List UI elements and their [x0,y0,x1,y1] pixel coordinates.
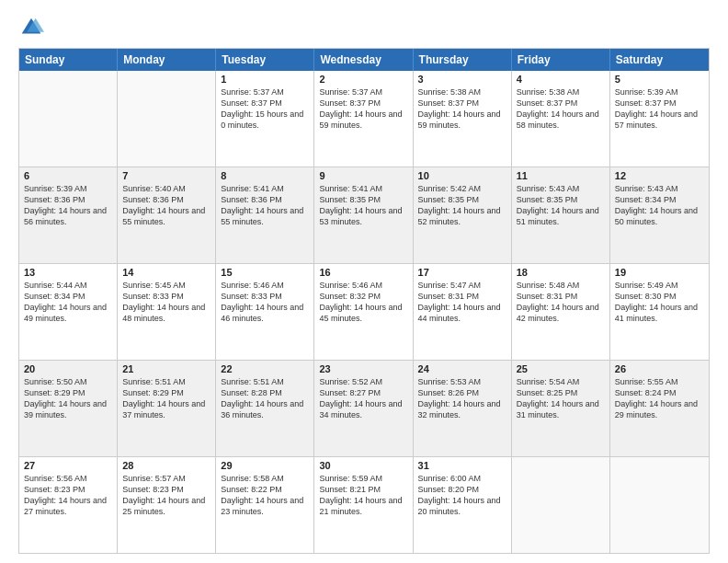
day-number: 20 [24,363,112,374]
day-number: 1 [221,74,309,85]
cell-info: Sunrise: 5:56 AM Sunset: 8:23 PM Dayligh… [24,473,112,518]
calendar-cell [610,457,709,553]
cell-info: Sunrise: 5:55 AM Sunset: 8:24 PM Dayligh… [615,376,704,421]
cell-info: Sunrise: 5:58 AM Sunset: 8:22 PM Dayligh… [221,473,309,518]
calendar-body: 1Sunrise: 5:37 AM Sunset: 8:37 PM Daylig… [19,71,709,553]
calendar-cell: 26Sunrise: 5:55 AM Sunset: 8:24 PM Dayli… [610,361,709,456]
cell-info: Sunrise: 5:46 AM Sunset: 8:32 PM Dayligh… [319,280,407,325]
day-number: 23 [319,363,407,374]
day-number: 4 [517,74,605,85]
cell-info: Sunrise: 5:45 AM Sunset: 8:33 PM Dayligh… [122,280,210,325]
day-number: 10 [418,170,506,181]
calendar-cell: 18Sunrise: 5:48 AM Sunset: 8:31 PM Dayli… [512,264,610,360]
cell-info: Sunrise: 5:51 AM Sunset: 8:29 PM Dayligh… [122,376,210,421]
logo [18,15,48,40]
calendar-cell: 30Sunrise: 5:59 AM Sunset: 8:21 PM Dayli… [314,457,413,553]
calendar-cell: 15Sunrise: 5:46 AM Sunset: 8:33 PM Dayli… [216,264,314,360]
calendar-cell [19,71,118,167]
header [18,15,710,40]
cell-info: Sunrise: 6:00 AM Sunset: 8:20 PM Dayligh… [418,473,506,518]
calendar-cell [512,457,610,553]
cell-info: Sunrise: 5:42 AM Sunset: 8:35 PM Dayligh… [418,183,506,228]
calendar-cell: 9Sunrise: 5:41 AM Sunset: 8:35 PM Daylig… [314,167,413,263]
cell-info: Sunrise: 5:53 AM Sunset: 8:26 PM Dayligh… [418,376,506,421]
cell-info: Sunrise: 5:43 AM Sunset: 8:35 PM Dayligh… [517,183,605,228]
day-number: 14 [122,267,210,278]
calendar-cell: 6Sunrise: 5:39 AM Sunset: 8:36 PM Daylig… [19,167,118,263]
header-day-thursday: Thursday [414,49,512,71]
day-number: 22 [221,363,309,374]
calendar-row-2: 13Sunrise: 5:44 AM Sunset: 8:34 PM Dayli… [19,264,709,361]
cell-info: Sunrise: 5:38 AM Sunset: 8:37 PM Dayligh… [517,86,605,132]
day-number: 9 [319,170,407,181]
cell-info: Sunrise: 5:44 AM Sunset: 8:34 PM Dayligh… [24,280,112,325]
calendar: SundayMondayTuesdayWednesdayThursdayFrid… [18,48,710,554]
day-number: 24 [418,363,506,374]
day-number: 31 [418,460,506,471]
calendar-cell: 24Sunrise: 5:53 AM Sunset: 8:26 PM Dayli… [414,361,512,456]
day-number: 6 [24,170,112,181]
day-number: 28 [122,460,210,471]
page: SundayMondayTuesdayWednesdayThursdayFrid… [0,0,728,563]
day-number: 5 [615,74,704,85]
day-number: 26 [615,363,704,374]
calendar-cell: 21Sunrise: 5:51 AM Sunset: 8:29 PM Dayli… [118,361,216,456]
day-number: 27 [24,460,112,471]
calendar-cell: 28Sunrise: 5:57 AM Sunset: 8:23 PM Dayli… [118,457,216,553]
cell-info: Sunrise: 5:37 AM Sunset: 8:37 PM Dayligh… [319,86,407,132]
day-number: 18 [517,267,605,278]
day-number: 7 [122,170,210,181]
calendar-cell: 27Sunrise: 5:56 AM Sunset: 8:23 PM Dayli… [19,457,118,553]
calendar-cell: 29Sunrise: 5:58 AM Sunset: 8:22 PM Dayli… [216,457,314,553]
calendar-cell: 25Sunrise: 5:54 AM Sunset: 8:25 PM Dayli… [512,361,610,456]
cell-info: Sunrise: 5:38 AM Sunset: 8:37 PM Dayligh… [418,86,506,132]
day-number: 2 [319,74,407,85]
cell-info: Sunrise: 5:50 AM Sunset: 8:29 PM Dayligh… [24,376,112,421]
calendar-cell: 3Sunrise: 5:38 AM Sunset: 8:37 PM Daylig… [414,71,512,167]
day-number: 29 [221,460,309,471]
cell-info: Sunrise: 5:48 AM Sunset: 8:31 PM Dayligh… [517,280,605,325]
calendar-cell: 11Sunrise: 5:43 AM Sunset: 8:35 PM Dayli… [512,167,610,263]
cell-info: Sunrise: 5:41 AM Sunset: 8:35 PM Dayligh… [319,183,407,228]
cell-info: Sunrise: 5:57 AM Sunset: 8:23 PM Dayligh… [122,473,210,518]
calendar-cell: 23Sunrise: 5:52 AM Sunset: 8:27 PM Dayli… [314,361,413,456]
header-day-wednesday: Wednesday [314,49,413,71]
day-number: 17 [418,267,506,278]
day-number: 13 [24,267,112,278]
calendar-cell: 8Sunrise: 5:41 AM Sunset: 8:36 PM Daylig… [216,167,314,263]
logo-icon [18,15,44,40]
day-number: 8 [221,170,309,181]
calendar-cell: 16Sunrise: 5:46 AM Sunset: 8:32 PM Dayli… [314,264,413,360]
day-number: 11 [517,170,605,181]
calendar-cell: 20Sunrise: 5:50 AM Sunset: 8:29 PM Dayli… [19,361,118,456]
header-day-friday: Friday [512,49,610,71]
calendar-cell: 12Sunrise: 5:43 AM Sunset: 8:34 PM Dayli… [610,167,709,263]
calendar-row-0: 1Sunrise: 5:37 AM Sunset: 8:37 PM Daylig… [19,71,709,167]
calendar-row-3: 20Sunrise: 5:50 AM Sunset: 8:29 PM Dayli… [19,361,709,457]
calendar-cell: 4Sunrise: 5:38 AM Sunset: 8:37 PM Daylig… [512,71,610,167]
header-day-sunday: Sunday [19,49,118,71]
header-day-monday: Monday [118,49,216,71]
cell-info: Sunrise: 5:39 AM Sunset: 8:37 PM Dayligh… [615,86,704,132]
cell-info: Sunrise: 5:54 AM Sunset: 8:25 PM Dayligh… [517,376,605,421]
cell-info: Sunrise: 5:37 AM Sunset: 8:37 PM Dayligh… [221,86,309,132]
calendar-row-1: 6Sunrise: 5:39 AM Sunset: 8:36 PM Daylig… [19,167,709,264]
calendar-header: SundayMondayTuesdayWednesdayThursdayFrid… [19,49,709,71]
cell-info: Sunrise: 5:40 AM Sunset: 8:36 PM Dayligh… [122,183,210,228]
day-number: 12 [615,170,704,181]
header-day-tuesday: Tuesday [216,49,314,71]
day-number: 16 [319,267,407,278]
cell-info: Sunrise: 5:39 AM Sunset: 8:36 PM Dayligh… [24,183,112,228]
calendar-cell: 5Sunrise: 5:39 AM Sunset: 8:37 PM Daylig… [610,71,709,167]
cell-info: Sunrise: 5:41 AM Sunset: 8:36 PM Dayligh… [221,183,309,228]
day-number: 21 [122,363,210,374]
calendar-cell: 2Sunrise: 5:37 AM Sunset: 8:37 PM Daylig… [314,71,413,167]
cell-info: Sunrise: 5:46 AM Sunset: 8:33 PM Dayligh… [221,280,309,325]
cell-info: Sunrise: 5:49 AM Sunset: 8:30 PM Dayligh… [615,280,704,325]
calendar-cell: 19Sunrise: 5:49 AM Sunset: 8:30 PM Dayli… [610,264,709,360]
cell-info: Sunrise: 5:52 AM Sunset: 8:27 PM Dayligh… [319,376,407,421]
calendar-cell: 17Sunrise: 5:47 AM Sunset: 8:31 PM Dayli… [414,264,512,360]
day-number: 25 [517,363,605,374]
cell-info: Sunrise: 5:59 AM Sunset: 8:21 PM Dayligh… [319,473,407,518]
calendar-cell [118,71,216,167]
